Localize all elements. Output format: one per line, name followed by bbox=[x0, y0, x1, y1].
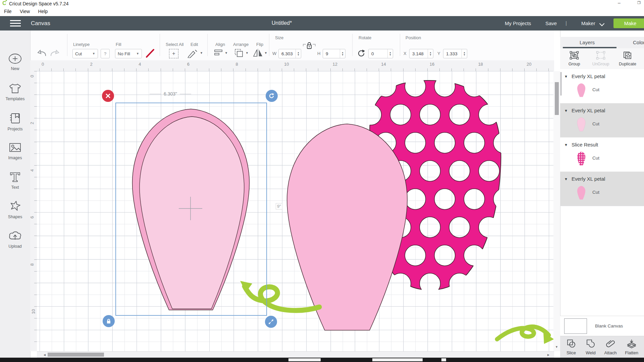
lock-handle[interactable] bbox=[103, 315, 115, 327]
minimize-button[interactable]: – bbox=[618, 0, 621, 5]
x-label: X bbox=[404, 51, 407, 56]
size-lock-icon[interactable] bbox=[303, 42, 316, 50]
menu-view[interactable]: View bbox=[16, 7, 33, 15]
page-title: Canvas bbox=[31, 20, 50, 27]
rotate-icon[interactable] bbox=[357, 49, 366, 58]
flip-icon[interactable] bbox=[253, 49, 263, 57]
edit-caret-icon[interactable]: ▼ bbox=[200, 51, 203, 55]
linetype-dropdown[interactable]: Cut▼ bbox=[72, 49, 98, 58]
restore-button[interactable]: ❐ bbox=[637, 1, 641, 5]
horizontal-scroll-thumb[interactable] bbox=[48, 353, 104, 357]
selection-bounding-box[interactable] bbox=[115, 103, 267, 316]
ruler-tick-label: 14 bbox=[381, 62, 386, 67]
layer-thumbnail-slice-result[interactable] bbox=[576, 151, 586, 166]
arrange-caret-icon[interactable]: ▼ bbox=[246, 51, 249, 55]
canvas-color-swatch[interactable] bbox=[564, 318, 587, 334]
canvas-artwork bbox=[37, 71, 554, 351]
make-button[interactable]: Make bbox=[613, 18, 644, 28]
toolbar-divider bbox=[269, 34, 269, 56]
height-input[interactable]: 9 ▲▼ bbox=[323, 49, 345, 58]
flatten-button[interactable]: Flatten bbox=[622, 339, 641, 355]
x-stepper[interactable]: ▲▼ bbox=[428, 49, 433, 58]
layer-row-2[interactable]: ▼ Everly XL petal Cut bbox=[560, 103, 644, 138]
select-all-icon[interactable]: + bbox=[169, 49, 178, 58]
duplicate-button[interactable]: Duplicate bbox=[616, 51, 639, 66]
layer-operation[interactable]: Cut bbox=[592, 121, 599, 126]
attach-button[interactable]: Attach bbox=[601, 339, 620, 355]
layer-collapse-caret-icon[interactable]: ▼ bbox=[564, 143, 568, 147]
arrange-icon[interactable] bbox=[234, 48, 244, 58]
menu-help[interactable]: Help bbox=[35, 7, 51, 15]
hamburger-menu-icon[interactable] bbox=[10, 20, 21, 26]
scroll-left-arrow-icon[interactable]: ◄ bbox=[43, 353, 46, 357]
chevron-down-icon[interactable] bbox=[599, 21, 605, 26]
layer-row-4[interactable]: ▼ Everly XL petal Cut bbox=[560, 172, 644, 206]
ruler-tick-label: 0 bbox=[30, 75, 35, 77]
resize-handle[interactable] bbox=[265, 316, 277, 328]
align-icon[interactable] bbox=[214, 49, 223, 57]
vertical-scroll-thumb[interactable] bbox=[555, 82, 559, 115]
sidebar-item-new[interactable]: New bbox=[0, 53, 30, 71]
ruler-corner bbox=[30, 60, 37, 71]
panel-scroll-thumb[interactable] bbox=[560, 72, 562, 96]
blank-canvas-label: Blank Canvas bbox=[595, 323, 623, 328]
layer-thumbnail-petal[interactable] bbox=[576, 82, 586, 98]
width-stepper[interactable]: ▲▼ bbox=[296, 49, 301, 58]
middle-petal-shape[interactable] bbox=[287, 124, 408, 330]
ungroup-button[interactable]: UnGroup bbox=[590, 51, 612, 66]
tab-layers[interactable]: Layers bbox=[580, 40, 595, 45]
flip-caret-icon[interactable]: ▼ bbox=[264, 51, 267, 55]
height-stepper[interactable]: ▲▼ bbox=[340, 49, 345, 58]
delete-handle[interactable] bbox=[102, 90, 114, 102]
weld-icon bbox=[586, 339, 595, 348]
ruler-tick-label: 4 bbox=[139, 62, 141, 67]
sidebar-item-upload[interactable]: Upload bbox=[0, 230, 30, 249]
scroll-right-arrow-icon[interactable]: ► bbox=[547, 353, 550, 357]
sidebar-item-projects[interactable]: Projects bbox=[0, 112, 30, 131]
layer-collapse-caret-icon[interactable]: ▼ bbox=[564, 109, 568, 113]
scroll-down-arrow-icon[interactable]: ▼ bbox=[555, 345, 558, 349]
layer-row-3[interactable]: ▼ Slice Result Cut bbox=[560, 137, 644, 172]
save-link[interactable]: Save bbox=[545, 20, 557, 26]
layer-collapse-caret-icon[interactable]: ▼ bbox=[564, 177, 568, 181]
fill-dropdown[interactable]: No Fill▼ bbox=[115, 49, 142, 58]
vertical-scrollbar[interactable]: ▼ bbox=[553, 71, 560, 351]
menu-file[interactable]: File bbox=[1, 7, 15, 15]
horizontal-scrollbar[interactable]: ◄ ► bbox=[37, 351, 554, 358]
layer-operation[interactable]: Cut bbox=[592, 190, 599, 195]
layer-collapse-caret-icon[interactable]: ▼ bbox=[564, 74, 568, 78]
layer-row-1[interactable]: ▼ Everly XL petal Cut bbox=[560, 69, 644, 104]
linetype-help-button[interactable]: ? bbox=[101, 49, 110, 58]
rotate-input[interactable]: 0 ▲▼ bbox=[368, 49, 393, 58]
layer-operation[interactable]: Cut bbox=[592, 156, 599, 161]
rotate-handle[interactable] bbox=[266, 90, 278, 102]
toolbar-divider bbox=[352, 34, 353, 56]
sidebar-item-templates[interactable]: Templates bbox=[0, 83, 30, 101]
slice-button[interactable]: Slice bbox=[563, 339, 580, 355]
design-canvas[interactable]: 6.303" 9" − 75% + bbox=[37, 71, 554, 351]
group-button[interactable]: Group bbox=[565, 51, 584, 66]
fill-color-pen-icon[interactable] bbox=[145, 48, 155, 59]
sidebar-item-text[interactable]: Text bbox=[0, 171, 30, 190]
my-projects-link[interactable]: My Projects bbox=[505, 20, 531, 26]
sidebar-item-shapes[interactable]: Shapes bbox=[0, 200, 30, 219]
rotate-stepper[interactable]: ▲▼ bbox=[387, 49, 393, 58]
width-input[interactable]: 6.303 ▲▼ bbox=[278, 49, 301, 58]
sidebar-item-images[interactable]: Images bbox=[0, 142, 30, 160]
redo-icon[interactable] bbox=[50, 49, 60, 57]
edit-tools-icon[interactable] bbox=[187, 49, 199, 58]
y-position-input[interactable]: 1.333 ▲▼ bbox=[443, 49, 467, 58]
undo-icon[interactable] bbox=[37, 49, 47, 57]
y-stepper[interactable]: ▲▼ bbox=[462, 49, 467, 58]
align-caret-icon[interactable]: ▼ bbox=[225, 51, 228, 55]
petal-height-tag: 9" bbox=[276, 203, 282, 209]
layer-thumbnail-petal[interactable] bbox=[576, 117, 586, 132]
tab-color[interactable]: Color bbox=[633, 40, 644, 45]
layer-thumbnail-petal[interactable] bbox=[576, 185, 586, 200]
layer-operation[interactable]: Cut bbox=[592, 87, 599, 92]
machine-selector[interactable]: Maker bbox=[581, 20, 595, 26]
x-position-input[interactable]: 3.148 ▲▼ bbox=[409, 49, 433, 58]
weld-button[interactable]: Weld bbox=[582, 339, 599, 355]
doc-title[interactable]: Untitled* bbox=[255, 20, 309, 26]
ungroup-icon bbox=[596, 51, 605, 60]
